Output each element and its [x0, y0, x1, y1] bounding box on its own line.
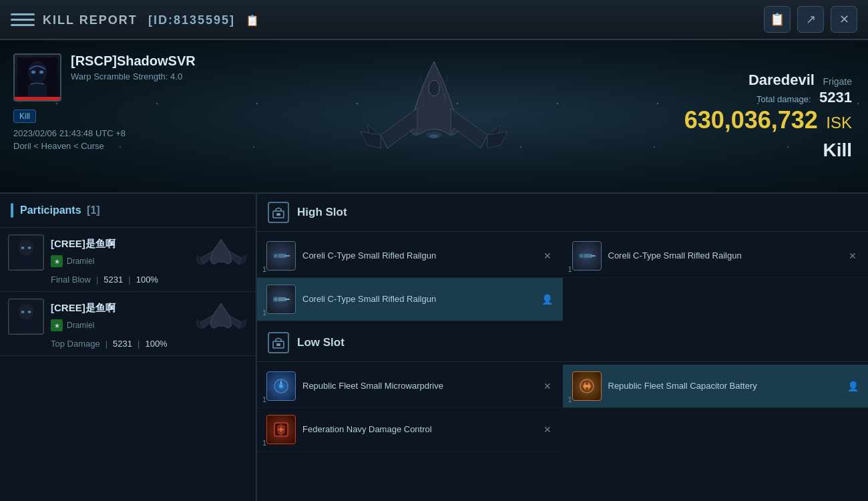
copy-button[interactable]: 📋 — [764, 6, 791, 33]
module-remove-btn[interactable]: ✕ — [541, 250, 554, 262]
stat-percent: 100% — [145, 339, 167, 349]
module-qty: 1 — [568, 265, 572, 273]
hero-right: Daredevil Frigate Total damage: 5231 630… — [668, 40, 868, 192]
svg-point-5 — [32, 71, 35, 73]
module-icon-dmgctl — [266, 415, 296, 444]
share-button[interactable]: ↗ — [797, 6, 824, 33]
module-icon-battery — [572, 371, 602, 401]
participant-ship: Dramiel — [67, 257, 94, 266]
participant-name: [CREE]是鱼啊 — [51, 302, 188, 315]
kill-date: 2023/02/06 21:43:48 UTC +8 — [13, 128, 187, 138]
svg-point-38 — [279, 384, 283, 388]
svg-point-19 — [28, 311, 31, 313]
svg-point-7 — [429, 80, 439, 96]
isk-row: 630,036,732 ISK — [684, 106, 852, 134]
participant-ship: Dramiel — [67, 321, 94, 330]
module-name: Republic Fleet Small Capacitor Battery — [608, 381, 841, 392]
high-slot-header: High Slot — [257, 194, 868, 232]
module-item-selected[interactable]: 1 Republic Fleet Small Capacitor Battery… — [563, 365, 869, 408]
module-name: Federation Navy Damage Control — [302, 424, 535, 436]
low-slot-grid: 1 Republic Fleet Small Microwarpdrive ✕ … — [257, 362, 868, 454]
svg-point-17 — [19, 304, 33, 320]
svg-rect-31 — [285, 299, 290, 300]
module-name: Coreli C-Type Small Rifled Railgun — [302, 251, 535, 262]
stat-damage: 5231 — [113, 339, 132, 349]
damage-row: Total damage: 5231 — [684, 89, 852, 106]
close-button[interactable]: ✕ — [831, 6, 857, 33]
hero-left: [RSCP]ShadowSVR Warp Scramble Strength: … — [0, 40, 200, 192]
avatar — [13, 53, 61, 102]
module-name: Coreli C-Type Small Rifled Railgun — [302, 294, 535, 305]
participant-top: [CREE]是鱼啊 ★ Dramiel — [8, 234, 248, 271]
participant-name: [CREE]是鱼啊 — [51, 238, 188, 251]
module-remove-btn[interactable]: ✕ — [541, 424, 554, 436]
participants-panel: Participants [1] [CREE]是鱼啊 — [0, 194, 257, 501]
module-icon-railgun — [266, 285, 296, 314]
avatar-inner — [15, 55, 60, 100]
svg-rect-35 — [276, 343, 280, 346]
participant-stats: Final Blow | 5231 | 100% — [8, 271, 248, 285]
module-item-selected[interactable]: 1 Coreli C-Type Small Rifled Railgun 👤 — [257, 278, 563, 321]
participant-ship-icon — [194, 299, 248, 335]
stat-label: Final Blow — [51, 275, 91, 285]
module-item[interactable]: 1 Coreli C-Type Small Rifled Railgun ✕ — [563, 234, 869, 278]
isk-value: 630,036,732 — [684, 106, 818, 134]
stat-percent: 100% — [136, 275, 158, 285]
main-content: Participants [1] [CREE]是鱼啊 — [0, 194, 868, 501]
alliance-icon: ★ — [51, 255, 63, 267]
low-slot-title: Low Slot — [297, 336, 345, 349]
kill-badge: Kill — [13, 110, 36, 123]
participant-top: [CREE]是鱼啊 ★ Dramiel — [8, 299, 248, 335]
header-title: KILL REPORT [ID:8135595] 📋 — [43, 11, 764, 28]
module-item[interactable]: 1 Federation Navy Damage Control ✕ — [257, 408, 563, 452]
participant-stats: Top Damage | 5231 | 100% — [8, 335, 248, 349]
svg-point-25 — [274, 255, 277, 257]
participants-title: Participants [1] — [20, 204, 100, 216]
low-slot-header: Low Slot — [257, 324, 868, 362]
isk-label: ISK — [826, 114, 852, 132]
title-text: KILL REPORT — [43, 13, 138, 27]
module-name: Coreli C-Type Small Rifled Railgun — [608, 251, 841, 262]
pilot-info: [RSCP]ShadowSVR Warp Scramble Strength: … — [13, 53, 187, 102]
pilot-name: [RSCP]ShadowSVR — [71, 53, 196, 69]
stat-label: Top Damage — [51, 339, 100, 349]
svg-point-33 — [274, 298, 277, 301]
participants-header: Participants [1] — [0, 194, 256, 228]
svg-point-18 — [21, 311, 25, 313]
participant-info: [CREE]是鱼啊 ★ Dramiel — [51, 302, 188, 331]
pilot-red-bar — [15, 97, 60, 100]
pilot-details: [RSCP]ShadowSVR Warp Scramble Strength: … — [71, 53, 196, 81]
module-remove-btn[interactable]: ✕ — [541, 380, 554, 392]
modules-panel: High Slot 1 Coreli C-Type Small Rifled R… — [257, 194, 868, 501]
menu-icon[interactable] — [11, 7, 35, 31]
svg-point-29 — [580, 255, 583, 257]
module-user-icon: 👤 — [541, 293, 554, 305]
svg-point-13 — [19, 240, 33, 256]
stat-damage: 5231 — [103, 275, 123, 285]
module-item[interactable]: 1 Republic Fleet Small Microwarpdrive ✕ — [257, 365, 563, 408]
kill-result: Kill — [684, 140, 852, 161]
damage-value: 5231 — [819, 89, 852, 106]
svg-point-14 — [21, 246, 25, 249]
header-actions: 📋 ↗ ✕ — [764, 6, 857, 33]
svg-point-9 — [429, 134, 439, 138]
participant-avatar — [8, 234, 44, 271]
header: KILL REPORT [ID:8135595] 📋 📋 ↗ ✕ — [0, 0, 868, 40]
high-slot-grid: 1 Coreli C-Type Small Rifled Railgun ✕ 1 — [257, 232, 868, 324]
ship-render — [341, 48, 527, 184]
svg-point-15 — [28, 246, 31, 249]
module-name: Republic Fleet Small Microwarpdrive — [302, 381, 535, 392]
module-item[interactable]: 1 Coreli C-Type Small Rifled Railgun ✕ — [257, 234, 563, 278]
participant-avatar — [8, 299, 44, 335]
module-remove-btn[interactable]: ✕ — [847, 250, 859, 262]
hero-section: [RSCP]ShadowSVR Warp Scramble Strength: … — [0, 40, 868, 194]
ship-name: Daredevil — [748, 71, 815, 88]
module-icon-railgun — [572, 241, 602, 271]
high-slot-title: High Slot — [297, 206, 347, 219]
kill-id: [ID:8135595] — [148, 13, 235, 27]
high-slot-icon — [268, 202, 289, 223]
participant-card: [CREE]是鱼啊 ★ Dramiel — [0, 292, 256, 356]
participant-card: [CREE]是鱼啊 ★ Dramiel — [0, 228, 256, 292]
pilot-corp: Warp Scramble Strength: 4.0 — [71, 71, 196, 81]
participant-info: [CREE]是鱼啊 ★ Dramiel — [51, 238, 188, 267]
